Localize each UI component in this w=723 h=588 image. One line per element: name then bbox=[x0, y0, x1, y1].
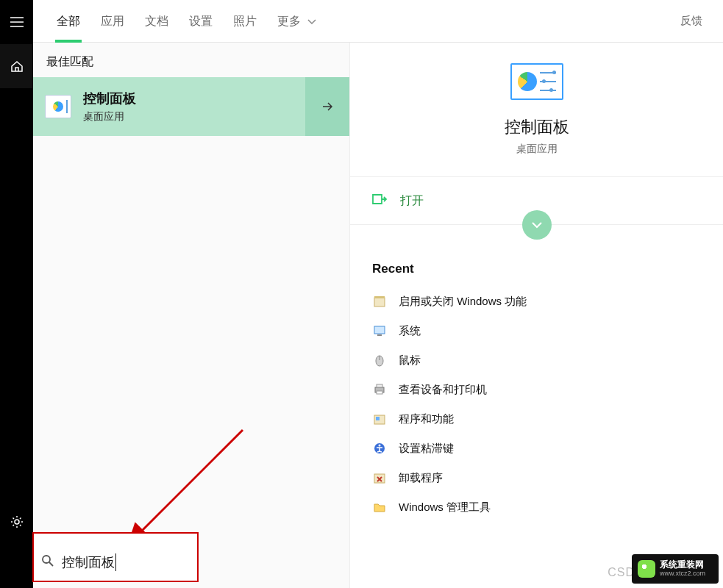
result-control-panel[interactable]: 控制面板 桌面应用 bbox=[33, 77, 349, 136]
result-subtitle: 桌面应用 bbox=[83, 110, 305, 123]
recent-item-label: 设置粘滞键 bbox=[399, 442, 454, 456]
folder-icon bbox=[372, 500, 387, 514]
svg-rect-2 bbox=[374, 296, 385, 298]
recent-item-devices-printers[interactable]: 查看设备和打印机 bbox=[372, 375, 701, 404]
feedback-link[interactable]: 反馈 bbox=[674, 14, 708, 28]
result-open-arrow[interactable] bbox=[305, 77, 349, 136]
csd-watermark: CSD bbox=[608, 566, 635, 579]
svg-line-17 bbox=[49, 562, 53, 566]
tabs-bar: 全部 应用 文档 设置 照片 更多 反馈 bbox=[33, 0, 723, 43]
programs-icon bbox=[372, 412, 387, 426]
left-rail bbox=[0, 0, 33, 588]
svg-rect-9 bbox=[377, 391, 382, 394]
printer-icon bbox=[372, 382, 387, 397]
accessibility-icon bbox=[372, 441, 387, 456]
recent-item-label: 启用或关闭 Windows 功能 bbox=[399, 295, 527, 309]
recent-item-mouse[interactable]: 鼠标 bbox=[372, 345, 701, 375]
svg-point-0 bbox=[15, 520, 19, 524]
preview-subtitle: 桌面应用 bbox=[516, 143, 558, 156]
site-watermark: 系统重装网 www.xtcz2.com bbox=[632, 554, 719, 584]
svg-point-16 bbox=[43, 556, 50, 563]
result-title: 控制面板 bbox=[83, 90, 305, 107]
recent-item-uninstall[interactable]: 卸载程序 bbox=[372, 463, 701, 492]
tab-more-label: 更多 bbox=[277, 15, 301, 27]
uninstall-icon bbox=[372, 470, 387, 485]
chevron-down-icon bbox=[530, 220, 544, 229]
recent-item-system[interactable]: 系统 bbox=[372, 316, 701, 345]
control-panel-icon bbox=[45, 95, 71, 118]
svg-rect-8 bbox=[377, 384, 382, 387]
watermark-brand: 系统重装网 bbox=[660, 560, 705, 570]
tab-photos[interactable]: 照片 bbox=[223, 0, 267, 43]
svg-rect-4 bbox=[377, 334, 382, 336]
arrow-right-icon bbox=[320, 99, 335, 114]
recent-item-admin-tools[interactable]: Windows 管理工具 bbox=[372, 492, 701, 522]
chevron-down-icon bbox=[307, 15, 317, 27]
tab-settings[interactable]: 设置 bbox=[179, 0, 223, 43]
svg-point-13 bbox=[379, 445, 381, 447]
recent-item-label: Windows 管理工具 bbox=[399, 501, 491, 514]
watermark-url: www.xtcz2.com bbox=[660, 570, 705, 578]
system-icon bbox=[372, 323, 387, 338]
best-match-label: 最佳匹配 bbox=[33, 43, 349, 77]
mouse-icon bbox=[372, 353, 387, 368]
recent-item-label: 卸载程序 bbox=[399, 471, 443, 485]
preview-column: 控制面板 桌面应用 打开 Recent bbox=[349, 43, 723, 588]
search-box[interactable]: 控制面板 bbox=[32, 532, 199, 582]
menu-button[interactable] bbox=[0, 0, 33, 44]
tab-more[interactable]: 更多 bbox=[267, 0, 327, 43]
search-input-value: 控制面板 bbox=[62, 553, 116, 571]
home-icon bbox=[10, 60, 24, 73]
watermark-logo-icon bbox=[638, 560, 655, 578]
tab-apps[interactable]: 应用 bbox=[90, 0, 135, 43]
svg-rect-1 bbox=[374, 298, 385, 306]
tab-documents[interactable]: 文档 bbox=[135, 0, 179, 43]
feature-box-icon bbox=[372, 294, 387, 309]
open-label: 打开 bbox=[400, 193, 424, 209]
preview-title: 控制面板 bbox=[505, 116, 569, 138]
recent-item-windows-features[interactable]: 启用或关闭 Windows 功能 bbox=[372, 287, 701, 316]
tab-all[interactable]: 全部 bbox=[46, 0, 90, 43]
recent-item-label: 系统 bbox=[399, 324, 421, 338]
expand-button[interactable] bbox=[522, 210, 552, 240]
gear-icon bbox=[10, 515, 24, 528]
control-panel-large-icon bbox=[510, 63, 563, 100]
settings-button[interactable] bbox=[0, 500, 33, 544]
svg-rect-11 bbox=[376, 417, 380, 420]
hamburger-icon bbox=[10, 17, 24, 27]
recent-heading: Recent bbox=[372, 262, 701, 276]
home-button[interactable] bbox=[0, 44, 33, 88]
recent-item-label: 程序和功能 bbox=[399, 412, 454, 426]
recent-item-sticky-keys[interactable]: 设置粘滞键 bbox=[372, 434, 701, 463]
search-icon bbox=[41, 554, 54, 570]
recent-item-label: 鼠标 bbox=[399, 354, 421, 368]
svg-rect-3 bbox=[374, 326, 385, 334]
recent-item-programs-features[interactable]: 程序和功能 bbox=[372, 404, 701, 434]
results-column: 最佳匹配 控制面板 桌面应用 bbox=[33, 43, 349, 588]
open-icon bbox=[372, 193, 387, 208]
recent-item-label: 查看设备和打印机 bbox=[399, 383, 487, 397]
